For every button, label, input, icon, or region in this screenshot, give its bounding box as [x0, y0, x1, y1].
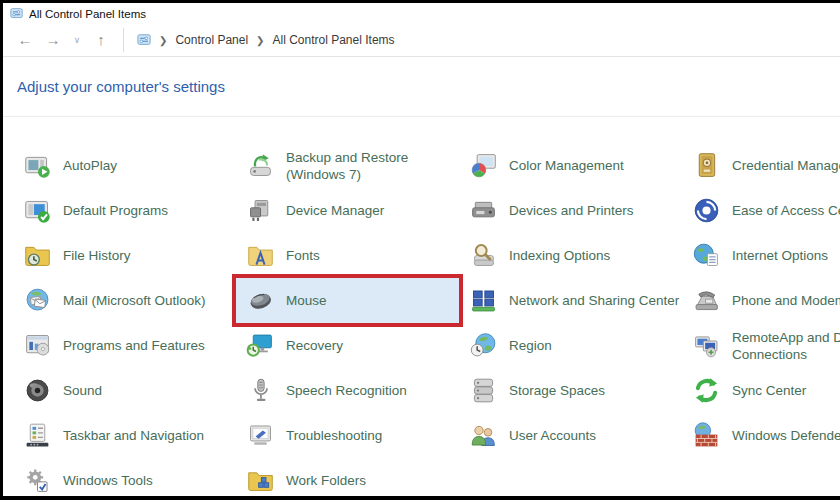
indexing-options-icon: [469, 241, 498, 270]
windows-tools-icon: [23, 466, 52, 495]
page-title: Adjust your computer's settings: [17, 78, 225, 95]
forward-button[interactable]: →: [39, 27, 67, 53]
autoplay-icon: [23, 151, 52, 180]
control-panel-item-label: AutoPlay: [63, 157, 117, 174]
control-panel-item-user-accounts[interactable]: User Accounts: [459, 413, 682, 458]
control-panel-item-mouse[interactable]: Mouse: [236, 278, 459, 323]
device-manager-icon: [246, 196, 275, 225]
ease-of-access-icon: [692, 196, 721, 225]
control-panel-icon: [137, 33, 151, 47]
sync-center-icon: [692, 376, 721, 405]
control-panel-item-work-folders[interactable]: Work Folders: [236, 458, 459, 500]
control-panel-item-label: Windows Defender Firewall: [732, 427, 840, 444]
control-panel-item-label: Mail (Microsoft Outlook): [63, 292, 206, 309]
control-panel-item-windows-defender-firewall[interactable]: Windows Defender Firewall: [682, 413, 840, 458]
control-panel-item-label: Credential Manager: [732, 157, 840, 174]
control-panel-item-label: Network and Sharing Center: [509, 292, 679, 309]
navigation-bar: ← → ∨ ↑ ❯ Control Panel ❯ All Control Pa…: [3, 24, 840, 57]
speech-recognition-icon: [246, 376, 275, 405]
network-sharing-icon: [469, 286, 498, 315]
breadcrumb-separator-icon[interactable]: ❯: [158, 35, 168, 46]
control-panel-item-label: Color Management: [509, 157, 624, 174]
control-panel-item-label: Windows Tools: [63, 472, 153, 489]
control-panel-item-file-history[interactable]: File History: [13, 233, 236, 278]
control-panel-item-ease-of-access-center[interactable]: Ease of Access Center: [682, 188, 840, 233]
nav-buttons: ← → ∨ ↑: [3, 27, 121, 53]
control-panel-window: All Control Panel Items ← → ∨ ↑ ❯ Contro…: [0, 0, 840, 500]
control-panel-item-windows-tools[interactable]: Windows Tools: [13, 458, 236, 500]
control-panel-item-label: Phone and Modem: [732, 292, 840, 309]
fonts-icon: [246, 241, 275, 270]
mouse-icon: [246, 286, 275, 315]
page-header: Adjust your computer's settings: [3, 57, 840, 117]
control-panel-item-color-management[interactable]: Color Management: [459, 143, 682, 188]
control-panel-item-sync-center[interactable]: Sync Center: [682, 368, 840, 413]
control-panel-item-device-manager[interactable]: Device Manager: [236, 188, 459, 233]
user-accounts-icon: [469, 421, 498, 450]
control-panel-item-label: Devices and Printers: [509, 202, 634, 219]
address-bar[interactable]: ❯ Control Panel ❯ All Control Panel Item…: [126, 33, 395, 47]
default-programs-icon: [23, 196, 52, 225]
breadcrumb-all-control-panel-items[interactable]: All Control Panel Items: [273, 33, 395, 47]
control-panel-item-indexing-options[interactable]: Indexing Options: [459, 233, 682, 278]
control-panel-item-label: Programs and Features: [63, 337, 205, 354]
control-panel-item-internet-options[interactable]: Internet Options: [682, 233, 840, 278]
work-folders-icon: [246, 466, 275, 495]
control-panel-item-label: File History: [63, 247, 131, 264]
taskbar-navigation-icon: [23, 421, 52, 450]
control-panel-item-speech-recognition[interactable]: Speech Recognition: [236, 368, 459, 413]
control-panel-item-credential-manager[interactable]: Credential Manager: [682, 143, 840, 188]
devices-printers-icon: [469, 196, 498, 225]
control-panel-item-devices-and-printers[interactable]: Devices and Printers: [459, 188, 682, 233]
internet-options-icon: [692, 241, 721, 270]
control-panel-item-sound[interactable]: Sound: [13, 368, 236, 413]
control-panel-item-label: Sound: [63, 382, 102, 399]
control-panel-item-fonts[interactable]: Fonts: [236, 233, 459, 278]
troubleshooting-icon: [246, 421, 275, 450]
control-panel-item-programs-and-features[interactable]: Programs and Features: [13, 323, 236, 368]
control-panel-item-default-programs[interactable]: Default Programs: [13, 188, 236, 233]
control-panel-item-mail-microsoft-outlook[interactable]: Mail (Microsoft Outlook): [13, 278, 236, 323]
control-panel-item-backup-and-restore-windows-7[interactable]: Backup and Restore (Windows 7): [236, 143, 459, 188]
control-panel-item-label: Storage Spaces: [509, 382, 605, 399]
control-panel-item-label: Backup and Restore (Windows 7): [286, 149, 459, 183]
control-panel-item-label: User Accounts: [509, 427, 596, 444]
remoteapp-icon: [692, 331, 721, 360]
storage-spaces-icon: [469, 376, 498, 405]
up-button[interactable]: ↑: [87, 27, 115, 53]
control-panel-item-recovery[interactable]: Recovery: [236, 323, 459, 368]
control-panel-item-label: Internet Options: [732, 247, 828, 264]
control-panel-item-label: Indexing Options: [509, 247, 610, 264]
windows-firewall-icon: [692, 421, 721, 450]
control-panel-item-label: Taskbar and Navigation: [63, 427, 204, 444]
control-panel-item-phone-and-modem[interactable]: Phone and Modem: [682, 278, 840, 323]
control-panel-item-label: Default Programs: [63, 202, 168, 219]
control-panel-item-network-and-sharing-center[interactable]: Network and Sharing Center: [459, 278, 682, 323]
control-panel-item-storage-spaces[interactable]: Storage Spaces: [459, 368, 682, 413]
control-panel-item-taskbar-and-navigation[interactable]: Taskbar and Navigation: [13, 413, 236, 458]
breadcrumb-separator-icon[interactable]: ❯: [255, 35, 265, 46]
breadcrumb-control-panel[interactable]: Control Panel: [175, 33, 248, 47]
control-panel-item-label: Device Manager: [286, 202, 384, 219]
back-button[interactable]: ←: [11, 27, 39, 53]
control-panel-item-region[interactable]: Region: [459, 323, 682, 368]
control-panel-item-remoteapp-and-desktop-connections[interactable]: RemoteApp and Desktop Connections: [682, 323, 840, 368]
control-panel-item-label: Work Folders: [286, 472, 366, 489]
file-history-icon: [23, 241, 52, 270]
mail-icon: [23, 286, 52, 315]
control-panel-grid: AutoPlayBackup and Restore (Windows 7)Co…: [3, 143, 840, 500]
region-icon: [469, 331, 498, 360]
color-management-icon: [469, 151, 498, 180]
control-panel-icon: [10, 7, 23, 20]
control-panel-item-label: Region: [509, 337, 552, 354]
control-panel-item-troubleshooting[interactable]: Troubleshooting: [236, 413, 459, 458]
sound-icon: [23, 376, 52, 405]
control-panel-item-label: Sync Center: [732, 382, 806, 399]
phone-modem-icon: [692, 286, 721, 315]
control-panel-item-autoplay[interactable]: AutoPlay: [13, 143, 236, 188]
programs-features-icon: [23, 331, 52, 360]
recent-locations-chevron-icon[interactable]: ∨: [67, 27, 87, 53]
control-panel-item-label: Recovery: [286, 337, 343, 354]
control-panel-item-label: RemoteApp and Desktop Connections: [732, 329, 840, 363]
credential-manager-icon: [692, 151, 721, 180]
